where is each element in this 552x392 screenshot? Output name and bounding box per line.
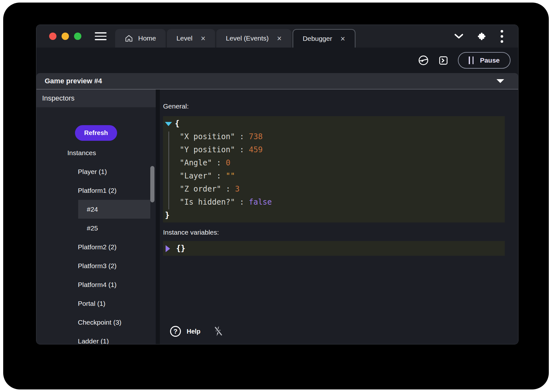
- extensions-icon[interactable]: [478, 32, 486, 41]
- sidebar-divider: [156, 89, 160, 344]
- property-row: "Y position" : 459: [165, 143, 505, 156]
- instance-tree-item[interactable]: Platform3 (2): [36, 256, 156, 275]
- flash-off-icon[interactable]: [213, 326, 223, 337]
- profiler-icon[interactable]: [418, 55, 429, 66]
- gdevelop-window: HomeLevel×Level (Events)×Debugger×: [36, 25, 518, 344]
- instance-tree-item[interactable]: Ladder (1): [36, 332, 156, 344]
- json-close-line: }: [165, 209, 505, 222]
- general-json-view: { "X position" : 738"Y position" : 459"A…: [163, 116, 505, 222]
- property-value: 459: [249, 145, 263, 154]
- expander-open-icon[interactable]: [165, 122, 172, 126]
- close-window-button[interactable]: [49, 33, 56, 40]
- instance-variables-view: {}: [163, 241, 505, 256]
- home-icon: [125, 34, 133, 42]
- chevron-down-icon[interactable]: [454, 34, 464, 39]
- tab-home[interactable]: Home: [115, 29, 166, 48]
- tab-label: Level: [176, 34, 192, 42]
- inspector-panel: General: { "X position" : 738"Y position…: [160, 89, 518, 344]
- tab-bar-right-actions: [454, 30, 504, 43]
- property-key: "X position": [180, 132, 235, 141]
- hamburger-menu-icon[interactable]: [95, 32, 107, 40]
- property-value: 738: [249, 132, 263, 141]
- game-preview-title: Game preview #4: [45, 77, 102, 85]
- instance-variables-value: {}: [176, 242, 185, 255]
- expander-closed-icon[interactable]: [166, 245, 170, 252]
- sidebar-scrollbar-thumb[interactable]: [150, 166, 154, 202]
- property-colon: :: [212, 171, 226, 180]
- tab-strip: HomeLevel×Level (Events)×Debugger×: [115, 29, 357, 48]
- tab-label: Home: [138, 34, 156, 42]
- caret-down-icon[interactable]: [496, 79, 504, 83]
- indent-guide: [168, 132, 169, 209]
- tab-close-icon[interactable]: ×: [201, 34, 205, 42]
- property-colon: :: [235, 145, 249, 154]
- instance-tree-item[interactable]: Platform1 (2): [36, 181, 156, 200]
- property-row: "Z order" : 3: [165, 183, 505, 196]
- inspectors-header: Inspectors: [36, 89, 156, 107]
- tab-bar: HomeLevel×Level (Events)×Debugger×: [36, 25, 518, 48]
- property-value: 0: [226, 158, 230, 167]
- tab-debugger[interactable]: Debugger×: [293, 29, 355, 48]
- panel-footer: ? Help: [163, 326, 505, 340]
- property-value: 3: [235, 185, 239, 193]
- instance-variables-label: Instance variables:: [163, 228, 505, 237]
- property-value: "": [226, 171, 235, 180]
- maximize-window-button[interactable]: [74, 33, 81, 40]
- tab-label: Level (Events): [226, 34, 269, 42]
- property-colon: :: [235, 198, 249, 207]
- property-key: "Y position": [180, 145, 235, 154]
- pause-button[interactable]: Pause: [458, 52, 511, 69]
- debugger-content: Inspectors Refresh InstancesPlayer (1)Pl…: [36, 89, 518, 344]
- help-button-label: Help: [187, 328, 200, 335]
- pause-icon: [469, 57, 474, 64]
- refresh-button[interactable]: Refresh: [75, 125, 117, 141]
- property-row: "Angle" : 0: [165, 156, 505, 170]
- tab-close-icon[interactable]: ×: [340, 35, 345, 43]
- console-icon[interactable]: [438, 56, 448, 65]
- inspectors-body: Refresh InstancesPlayer (1)Platform1 (2)…: [36, 107, 156, 344]
- debugger-toolbar: Pause: [36, 48, 518, 73]
- inspectors-sidebar: Inspectors Refresh InstancesPlayer (1)Pl…: [36, 89, 156, 344]
- instance-tree-item[interactable]: Checkpoint (3): [36, 313, 156, 332]
- tab-level[interactable]: Level×: [167, 29, 215, 48]
- tab-close-icon[interactable]: ×: [277, 34, 282, 42]
- window-controls: [49, 33, 81, 40]
- instance-tree-item[interactable]: Portal (1): [36, 294, 156, 313]
- property-colon: :: [221, 185, 235, 193]
- instances-tree: InstancesPlayer (1)Platform1 (2)#24#25Pl…: [36, 143, 156, 344]
- property-key: "Layer": [180, 171, 212, 180]
- property-row: "X position" : 738: [165, 130, 505, 143]
- game-preview-header[interactable]: Game preview #4: [36, 73, 518, 89]
- instance-tree-item[interactable]: Platform4 (1): [36, 275, 156, 294]
- property-colon: :: [212, 158, 226, 167]
- property-row: "Is hidden?" : false: [165, 196, 505, 209]
- screenshot-canvas: HomeLevel×Level (Events)×Debugger×: [0, 0, 552, 392]
- instance-tree-item[interactable]: #25: [78, 219, 150, 237]
- property-row: "Layer" : "": [165, 170, 505, 183]
- instance-tree-item[interactable]: #24: [78, 200, 150, 219]
- minimize-window-button[interactable]: [62, 33, 69, 40]
- menu-dots-icon[interactable]: [500, 30, 504, 43]
- general-section-label: General:: [163, 102, 505, 110]
- property-colon: :: [235, 132, 249, 141]
- instance-tree-item[interactable]: Player (1): [36, 162, 156, 181]
- instance-tree-item[interactable]: Platform2 (2): [36, 237, 156, 256]
- help-icon: ?: [170, 326, 181, 337]
- tab-label: Debugger: [303, 35, 332, 42]
- pause-button-label: Pause: [480, 57, 500, 64]
- property-key: "Is hidden?": [180, 198, 235, 207]
- help-button[interactable]: ? Help: [170, 326, 200, 337]
- property-key: "Angle": [180, 158, 212, 167]
- json-open-line: {: [165, 117, 505, 130]
- property-key: "Z order": [180, 185, 221, 193]
- property-value: false: [249, 198, 272, 207]
- instances-root[interactable]: Instances: [36, 143, 156, 162]
- tab-level-events-[interactable]: Level (Events)×: [216, 29, 291, 48]
